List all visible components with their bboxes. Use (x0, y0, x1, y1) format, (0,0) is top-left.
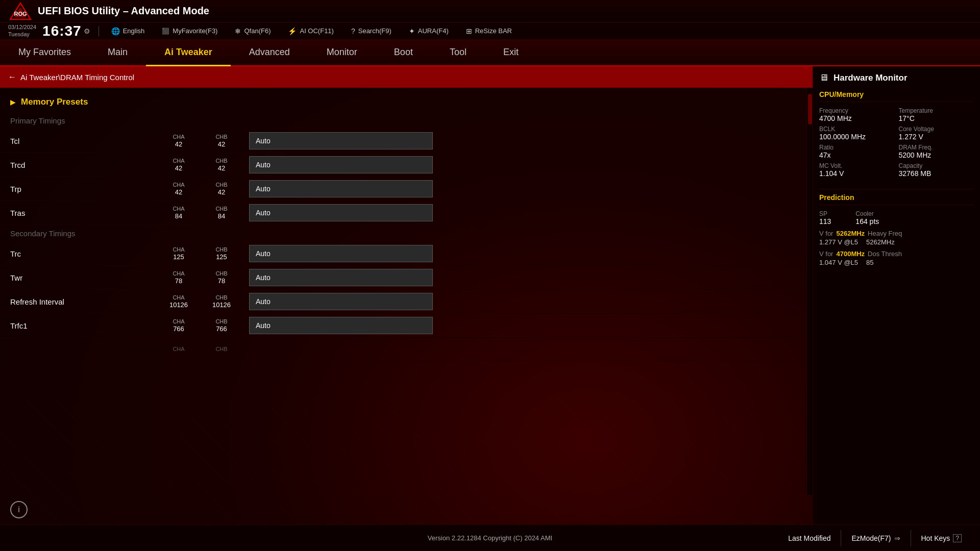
timing-row-twr: Twr CHA 78 CHB 78 (0, 266, 806, 290)
monitor-icon: 🖥 (819, 72, 828, 83)
hw-bclk: BCLK 100.0000 MHz (819, 126, 895, 141)
svg-text:ROG: ROG (14, 11, 27, 17)
memory-presets-header[interactable]: ▶ Memory Presets (0, 92, 806, 112)
bclk-label: BCLK (819, 126, 895, 133)
cooler-label: Cooler (855, 210, 879, 217)
secondary-timings-label: Secondary Timings (0, 225, 806, 242)
info-icon-area: i (0, 495, 813, 524)
capacity-value: 32768 MB (899, 169, 974, 178)
nav-bar: My Favorites Main Ai Tweaker Advanced Mo… (0, 40, 980, 66)
back-button[interactable]: ← (8, 72, 16, 82)
frequency-label: Frequency (819, 107, 895, 114)
timing-row-trcd: Trcd CHA 42 CHB 42 (0, 153, 806, 177)
tool-search[interactable]: ? Search(F9) (347, 25, 396, 37)
ezmode-label: EzMode(F7) (851, 534, 891, 542)
scrollbar[interactable] (806, 88, 813, 495)
timing-input-tras[interactable] (249, 204, 433, 221)
nav-boot[interactable]: Boot (376, 40, 431, 66)
nav-exit[interactable]: Exit (485, 40, 537, 66)
hotkeys-button[interactable]: Hot Keys ? (911, 530, 972, 546)
nav-main[interactable]: Main (89, 40, 146, 66)
timing-values-tras: CHA 84 CHB 84 (163, 206, 237, 220)
capacity-label: Capacity (899, 162, 974, 169)
search-icon-2: ? (351, 27, 355, 35)
settings-icon[interactable]: ⚙ (84, 27, 90, 35)
prediction-label: Prediction (819, 193, 974, 205)
dram-freq-value: 5200 MHz (899, 151, 974, 159)
nav-my-favorites[interactable]: My Favorites (0, 40, 89, 66)
tool-myfavorite[interactable]: ⬛ MyFavorite(F3) (158, 25, 222, 37)
timing-values-partial: CHA CHB (163, 346, 237, 353)
timing-row-tcl: Tcl CHA 42 CHB 42 (0, 129, 806, 153)
cha-col-tcl: CHA 42 (163, 134, 194, 148)
aura-icon-2: ✦ (409, 27, 415, 35)
top-bar: ROG UEFI BIOS Utility – Advanced Mode 🌐 … (0, 0, 980, 22)
mc-volt-label: MC Volt. (819, 162, 895, 169)
breadcrumb-path: Ai Tweaker\DRAM Timing Control (20, 73, 134, 82)
globe-icon-2: 🌐 (111, 27, 120, 35)
timing-values-twr: CHA 78 CHB 78 (163, 270, 237, 285)
timing-values-trp: CHA 42 CHB 42 (163, 182, 237, 196)
hw-mc-volt: MC Volt. 1.104 V (819, 162, 895, 178)
last-modified-button[interactable]: Last Modified (778, 530, 841, 546)
nav-ai-tweaker[interactable]: Ai Tweaker (146, 40, 231, 66)
hw-core-voltage: Core Voltage 1.272 V (899, 126, 974, 141)
core-voltage-value: 1.272 V (899, 133, 974, 141)
timing-name-trcd: Trcd (10, 161, 163, 169)
tool-qfan[interactable]: ❄ Qfan(F6) (231, 25, 275, 37)
timing-row-tras: Tras CHA 84 CHB 84 (0, 201, 806, 225)
ezmode-icon: ⇒ (894, 534, 900, 542)
primary-timings-label: Primary Timings (0, 112, 806, 129)
timing-name-tras: Tras (10, 209, 163, 217)
separator (99, 26, 99, 36)
memory-presets-label: Memory Presets (21, 97, 88, 107)
last-modified-label: Last Modified (788, 534, 830, 542)
timing-values-trfc1: CHA 766 CHB 766 (163, 318, 237, 333)
nav-monitor[interactable]: Monitor (308, 40, 376, 66)
timing-input-refresh[interactable] (249, 293, 433, 310)
ratio-label: Ratio (819, 144, 895, 151)
tool-aura[interactable]: ✦ AURA(F4) (405, 25, 453, 37)
hotkeys-icon: ? (953, 534, 962, 542)
hw-monitor-panel: 🖥 Hardware Monitor CPU/Memory Frequency … (813, 66, 980, 524)
timing-name-trc: Trc (10, 249, 163, 258)
toolbar-secondary: 🌐 English ⬛ MyFavorite(F3) ❄ Qfan(F6) ⚡ … (107, 25, 972, 37)
timing-row-partial: CHA CHB (0, 338, 806, 361)
tool-resizebar[interactable]: ⊞ ReSize BAR (462, 25, 516, 37)
temperature-label: Temperature (899, 107, 974, 114)
nav-tool[interactable]: Tool (431, 40, 485, 66)
hw-divider (819, 189, 974, 189)
timing-input-tcl[interactable] (249, 132, 433, 149)
timing-name-trfc1: Trfc1 (10, 321, 163, 330)
timing-name-refresh: Refresh Interval (10, 297, 163, 306)
sp-value: 113 (819, 217, 831, 226)
pred-sp: SP 113 (819, 210, 831, 226)
info-icon[interactable]: i (10, 501, 28, 518)
timing-input-trp[interactable] (249, 180, 433, 197)
hw-dram-freq: DRAM Freq. 5200 MHz (899, 144, 974, 159)
content-area: ← Ai Tweaker\DRAM Timing Control ▶ Memor… (0, 66, 980, 524)
fan-icon-2: ❄ (235, 27, 241, 35)
v-4700-volt: 1.047 V @L5 (819, 259, 858, 266)
timing-row-refresh: Refresh Interval CHA 10126 CHB 10126 (0, 290, 806, 314)
tool-aioc[interactable]: ⚡ AI OC(F11) (284, 25, 337, 37)
pred-4700-row: V for 4700MHz Dos Thresh 1.047 V @L5 85 (819, 250, 974, 266)
timing-values-refresh: CHA 10126 CHB 10126 (163, 294, 237, 309)
scroll-thumb[interactable] (808, 94, 812, 124)
core-voltage-label: Core Voltage (899, 126, 974, 133)
timing-input-trc[interactable] (249, 245, 433, 262)
nav-advanced[interactable]: Advanced (231, 40, 308, 66)
hotkeys-label: Hot Keys (921, 534, 950, 542)
tool-english[interactable]: 🌐 English (107, 25, 149, 37)
timing-input-twr[interactable] (249, 269, 433, 286)
breadcrumb: ← Ai Tweaker\DRAM Timing Control (0, 66, 813, 88)
ratio-value: 47x (819, 151, 895, 159)
dos-thresh-value: 85 (866, 259, 873, 266)
timing-input-trcd[interactable] (249, 156, 433, 173)
timing-values-trc: CHA 125 CHB 125 (163, 246, 237, 261)
ezmode-button[interactable]: EzMode(F7) ⇒ (841, 530, 911, 546)
pred-5262-row: V for 5262MHz Heavy Freq 1.277 V @L5 526… (819, 230, 974, 246)
hw-temperature: Temperature 17°C (899, 107, 974, 122)
timing-input-trfc1[interactable] (249, 317, 433, 334)
dram-freq-label: DRAM Freq. (899, 144, 974, 151)
